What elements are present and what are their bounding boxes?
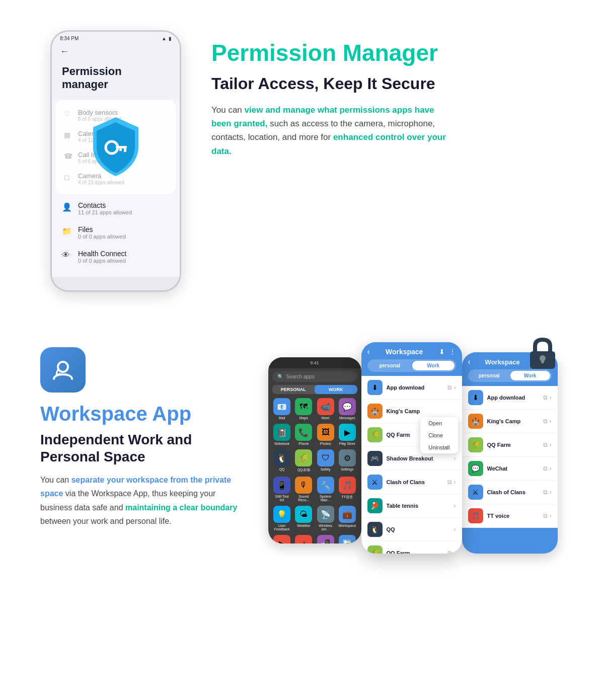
app-item-simtoolkit[interactable]: 📱 SIM Tool Kit — [273, 477, 291, 502]
app-item-soundrec[interactable]: 🎙 Sound Reco... — [295, 477, 313, 502]
list-item-qqfarm3[interactable]: 🌾 QQ Farm ⧉ › — [462, 433, 558, 457]
list-item-appdownload[interactable]: ⬇ App download ⧉ › — [361, 376, 462, 400]
permission-phone-mockup: 8:34 PM ▲ ▮ ← Permission manager ♡ Body … — [50, 30, 181, 292]
app-item-phone[interactable]: 📞 Phone — [295, 424, 313, 445]
back-button[interactable]: ← — [52, 43, 180, 60]
phone1-search-bar[interactable]: 🔍 Search apps — [272, 371, 357, 382]
app-icon-maps: 🗺 — [295, 398, 312, 415]
list-item-kingscamp[interactable]: 🏰 King's Camp Open Clone Uninstall — [361, 400, 462, 423]
workspace-app-section: Workspace App Independent Work and Perso… — [0, 322, 604, 584]
app-icon-meet: 📹 — [317, 398, 334, 415]
screen-title: Permission manager — [52, 60, 180, 100]
lock-icon-wrapper — [522, 332, 563, 374]
copy-icon: ⧉ — [543, 394, 548, 401]
back-icon[interactable]: ‹ — [468, 357, 471, 366]
phone3-tab-personal[interactable]: personal — [470, 371, 509, 380]
app-item-workspace[interactable]: 💼 Workspace — [338, 506, 356, 531]
app-item-ytmusic[interactable]: ♪ YT Music — [295, 535, 313, 543]
svg-point-4 — [58, 362, 68, 372]
app-icon: 💬 — [468, 461, 483, 476]
app-item-notebook[interactable]: 📓 Notebook — [273, 424, 291, 445]
svg-rect-3 — [119, 148, 122, 151]
app-icon-clashofclans: ⚔ — [367, 475, 383, 490]
app-icon-qq2: 🐧 — [367, 522, 383, 537]
search-placeholder: Search apps — [286, 374, 315, 379]
app-icon-transfer: 🔄 — [339, 535, 356, 543]
copy-icon: ⧉ — [447, 550, 452, 554]
list-item-kingscamp2[interactable]: 🏰 King's Camp ⧉ › — [462, 410, 558, 433]
chevron-right-icon: › — [550, 394, 552, 401]
ws-desc-after: between your work and personal life. — [40, 517, 172, 525]
app-item-maps[interactable]: 🗺 Maps — [295, 398, 313, 420]
list-item: 📁 Files 0 of 0 apps allowed — [52, 220, 180, 245]
app-item-ttvoice[interactable]: 🎵 TT语音 — [338, 477, 356, 502]
list-item-wechat[interactable]: 💬 WeChat ⧉ › — [462, 457, 558, 481]
tab-personal[interactable]: PERSONAL — [272, 385, 315, 394]
list-item-appdownload2[interactable]: ⬇ App download ⧉ › — [462, 386, 558, 410]
workspace-phone3: ‹ Workspace ⬇ ⋮ personal Work ⬇ App do — [462, 352, 558, 554]
app-item-settings[interactable]: ⚙ Settings — [338, 449, 356, 473]
svg-rect-7 — [541, 358, 544, 363]
app-item-playstore[interactable]: ▶ Play Store — [338, 424, 356, 445]
app-item-transfer[interactable]: 🔄 互传 — [338, 535, 356, 543]
app-icon-kingscamp: 🏰 — [367, 404, 383, 419]
app-item-messages[interactable]: 💬 Messages — [338, 398, 356, 420]
copy-icon: ⧉ — [543, 418, 548, 425]
phone2-app-list: ⬇ App download ⧉ › 🏰 King's Camp — [361, 376, 462, 554]
permission-manager-section: 8:34 PM ▲ ▮ ← Permission manager ♡ Body … — [0, 0, 604, 322]
phone1-tabs: PERSONAL WORK — [272, 385, 357, 394]
app-icon-weather: 🌤 — [295, 506, 312, 523]
list-item-clashofclans2[interactable]: ⚔ Clash of Clans ⧉ › — [462, 481, 558, 504]
app-icon-photos: 🖼 — [317, 424, 334, 441]
chevron-right-icon: › — [454, 502, 456, 509]
workspace-description: You can separate your workspace from the… — [40, 473, 242, 528]
health-icon: 👁 — [62, 251, 72, 261]
list-item-tabletennis[interactable]: 🏓 Table tennis › — [361, 494, 462, 518]
app-item-weather[interactable]: 🌤 Weather — [295, 506, 313, 531]
list-item-clashofclans[interactable]: ⚔ Clash of Clans ⧉ › — [361, 471, 462, 494]
app-icon-qqfarm: 🌾 — [295, 449, 312, 466]
call-icon: ☎ — [64, 152, 73, 161]
app-item-userfeedback[interactable]: 💡 User Feedback — [273, 506, 291, 531]
tab-work[interactable]: WORK — [315, 385, 357, 394]
app-item-meet[interactable]: 📹 Meet — [317, 398, 334, 420]
app-icon-workspace: 💼 — [339, 506, 356, 523]
more-icon[interactable]: ⋮ — [449, 348, 456, 356]
copy-icon: ⧉ — [543, 441, 548, 448]
list-item-qqfarm2[interactable]: 🌾 QQ Farm ⧉ › — [361, 541, 462, 554]
menu-item-clone[interactable]: Clone — [420, 429, 458, 441]
pm-desc-before: You can — [211, 105, 245, 115]
chevron-right-icon: › — [550, 441, 552, 448]
shield-overlay — [86, 115, 146, 175]
download-icon[interactable]: ⬇ — [439, 348, 445, 356]
app-item-youtube[interactable]: ▶ YouTube — [273, 535, 291, 543]
menu-item-open[interactable]: Open — [420, 417, 458, 429]
app-icon-shadowbreakout: 🎮 — [367, 451, 383, 466]
phone2-tab-personal[interactable]: personal — [369, 361, 411, 370]
app-icon: 🎵 — [468, 508, 483, 523]
list-item: 👁 Health Connect 0 of 0 apps allowed — [52, 245, 180, 269]
context-menu: Open Clone Uninstall — [420, 417, 458, 453]
chevron-right-icon: › — [550, 489, 552, 496]
camera-icon: ◻ — [64, 173, 73, 182]
app-item-qqfarm[interactable]: 🌾 QQ农场 — [295, 449, 313, 473]
app-item-dpr[interactable]: 📲 Дпр. прило... — [317, 535, 334, 543]
menu-item-uninstall[interactable]: Uninstall — [420, 441, 458, 453]
list-item-qq[interactable]: 🐧 QQ › — [361, 518, 462, 541]
app-icon: ⬇ — [468, 390, 483, 405]
phone2-tabs: personal Work — [367, 359, 456, 372]
heart-icon: ♡ — [64, 110, 73, 119]
pm-subheading: Tailor Access, Keep It Secure — [211, 74, 564, 93]
list-item-ttvoice[interactable]: 🎵 TT voice ⧉ › — [462, 504, 558, 528]
app-item-wireless[interactable]: 📡 Wireless em... — [317, 506, 334, 531]
app-item-sysman[interactable]: 🔧 System Man... — [317, 477, 334, 502]
blurred-permissions-list: ♡ Body sensors 6 of 6 apps allowed ▦ Cal… — [56, 100, 176, 194]
back-icon[interactable]: ‹ — [367, 347, 370, 356]
app-item-photos[interactable]: 🖼 Photos — [317, 424, 334, 445]
app-item-mail[interactable]: 📧 Mail — [273, 398, 291, 420]
app-item-qq[interactable]: 🐧 QQ — [273, 449, 291, 473]
phone2-tab-work[interactable]: Work — [412, 361, 455, 370]
app-item-safety[interactable]: 🛡 Safety — [317, 449, 334, 473]
copy-icon: ⧉ — [447, 479, 452, 486]
app-icon-soundrec: 🎙 — [295, 477, 312, 494]
